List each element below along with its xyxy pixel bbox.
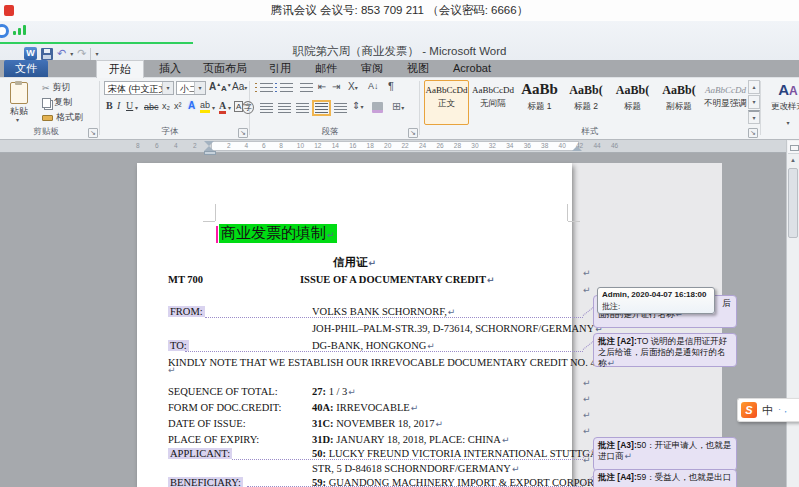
style-chip-标题 1[interactable]: AaBb标题 1: [517, 80, 562, 125]
field-value: 27: 1 / 3: [312, 386, 356, 397]
style-preview: AaBbCcDd: [472, 85, 515, 95]
doc-line-note[interactable]: KINDLY NOTE THAT WE ESTABLISH OUR IRREVO…: [168, 357, 588, 368]
mt-label: MT 700: [168, 274, 203, 285]
comment-bubble-A3[interactable]: 批注 [A3]:50：开证申请人，也就是进口商: [593, 437, 737, 471]
tab-审阅[interactable]: 审阅: [352, 60, 392, 77]
style-preview: AaBb(: [565, 83, 608, 98]
style-chip-标题[interactable]: AaBb(标题: [610, 80, 655, 125]
mt700-line[interactable]: MT 700 ISSUE OF A DOCUMENTARY CREDIT: [168, 274, 578, 285]
margin-crop-mark: [215, 204, 216, 221]
style-preview: AaBbCcDd: [425, 85, 468, 95]
ruler-number: 34: [506, 142, 513, 149]
field-value: DG-BANK, HONGKONG: [312, 340, 435, 351]
ruler-number: 4: [244, 142, 248, 149]
scroll-up-icon[interactable]: ▲: [787, 154, 799, 166]
document-heading[interactable]: 信用证: [137, 255, 572, 270]
styles-dialog-launcher[interactable]: ↘: [748, 128, 758, 138]
ime-punctuation[interactable]: ·，: [778, 403, 790, 416]
field-label: DATE OF ISSUE:: [168, 418, 246, 429]
word-app-icon[interactable]: W: [24, 47, 37, 60]
scrollbar-thumb[interactable]: [788, 168, 798, 238]
undo-button[interactable]: ↶: [57, 47, 66, 60]
save-button[interactable]: [41, 48, 53, 60]
doc-line-FROM:[interactable]: FROM:VOLKS BANK SCHORNORF,: [168, 306, 588, 317]
doc-line-TO:[interactable]: TO:DG-BANK, HONGKONG: [168, 340, 588, 351]
paragraph-mark: ↵: [583, 394, 591, 404]
field-label: PLACE OF EXPIRY:: [168, 434, 259, 445]
ruler-number: 22: [402, 142, 409, 149]
ruler-number: 38: [541, 142, 548, 149]
undo-caret-icon[interactable]: ▾: [70, 50, 73, 57]
ruler-number: 32: [489, 142, 496, 149]
redo-button[interactable]: ↷: [77, 47, 86, 60]
style-preview: AaBb(: [658, 83, 701, 98]
tab-页面布局[interactable]: 页面布局: [196, 60, 254, 77]
style-name: 无间隔: [472, 98, 515, 110]
tab-视图[interactable]: 视图: [398, 60, 438, 77]
styles-group-label: 样式: [420, 126, 760, 138]
style-chip-标题 2[interactable]: AaBb(标题 2: [564, 80, 609, 125]
comment-bubble-A4[interactable]: 批注 [A4]:59：受益人，也就是出口: [593, 469, 737, 487]
gallery-down-icon[interactable]: ▾: [748, 95, 760, 109]
ruler-number: 12: [314, 142, 321, 149]
comment-tooltip: Admin, 2020-04-07 16:18:00 批注:: [597, 287, 715, 314]
field-label: FROM:: [168, 306, 205, 317]
ruler-toggle-button[interactable]: [788, 141, 799, 154]
sogou-logo-icon[interactable]: S: [741, 402, 757, 418]
style-chip-不明显强调[interactable]: AaBbCcDd不明显强调: [703, 80, 748, 125]
doc-line-DATE OF ISSUE:[interactable]: DATE OF ISSUE:31C: NOVEMBER 18, 2017: [168, 418, 588, 429]
field-label: BENEFICIARY:: [168, 477, 243, 487]
tab-开始[interactable]: 开始: [96, 60, 144, 78]
doc-line-FORM OF DOC.CREDIT:[interactable]: FORM OF DOC.CREDIT:40A: IRREVOCABLE: [168, 402, 588, 413]
tab-引用[interactable]: 引用: [260, 60, 300, 77]
ruler-number: 26: [436, 142, 443, 149]
gallery-up-icon[interactable]: ▴: [748, 80, 760, 94]
right-indent-marker[interactable]: [572, 146, 582, 151]
ruler-number: 2: [227, 142, 231, 149]
ruler-number: 8: [136, 142, 140, 149]
text-cursor: [216, 226, 218, 243]
document-title-highlighted[interactable]: 商业发票的填制: [219, 224, 337, 243]
tab-邮件[interactable]: 邮件: [306, 60, 346, 77]
ime-mode-chinese[interactable]: 中: [762, 403, 773, 418]
tab-文件[interactable]: 文件: [4, 60, 48, 77]
comment-prefix: 批注 [A2]:: [598, 336, 637, 346]
horizontal-ruler[interactable]: 8642246810121416182022242628303234363840…: [0, 140, 799, 153]
meeting-info-text: 腾讯会议 会议号: 853 709 211 （会议密码: 6666）: [0, 0, 799, 21]
tooltip-author: Admin, 2020-04-07 16:18:00: [602, 289, 710, 301]
field-value: 50: LUCKY FREUND VICTORIA INTERNATIONAL …: [312, 448, 624, 459]
ruler-number: 8: [279, 142, 283, 149]
style-chip-副标题[interactable]: AaBb(副标题: [657, 80, 702, 125]
doc-line-SEQUENCE OF TOTAL:[interactable]: SEQUENCE OF TOTAL:27: 1 / 3: [168, 386, 588, 397]
style-chip-无间隔[interactable]: AaBbCcDd无间隔: [471, 80, 516, 125]
comment-connector: [185, 351, 583, 352]
gallery-expand-icon[interactable]: ▾: [748, 110, 760, 124]
ruler-number: 24: [419, 142, 426, 149]
ruler-number: 46: [611, 142, 618, 149]
style-name: 正文: [425, 98, 468, 110]
style-chip-正文[interactable]: AaBbCcDd正文: [424, 80, 469, 125]
doc-line-APPLICANT:[interactable]: APPLICANT:50: LUCKY FREUND VICTORIA INTE…: [168, 448, 588, 459]
qat-customize-icon[interactable]: ▾: [95, 50, 98, 57]
divider: [90, 48, 91, 60]
vertical-scrollbar[interactable]: ▲: [786, 140, 799, 487]
field-value: JOH-PHIL–PALM-STR.39, D-73614, SCHORNORF…: [312, 323, 603, 334]
style-name: 不明显强调: [704, 98, 747, 110]
paragraph-mark: ↵: [583, 378, 591, 388]
styles-group: ▴ ▾ ▾ AA 更改样式 ▾ 样式 ↘ AaBbCcDd正文AaBbCcDd无…: [0, 78, 799, 141]
tab-插入[interactable]: 插入: [150, 60, 190, 77]
comment-connector: [205, 317, 583, 318]
comment-bubble-A2[interactable]: 批注 [A2]:TO 说明的是信用证开好之后给谁，后面指的是通知行的名称: [593, 333, 737, 367]
ruler-number: 44: [593, 142, 600, 149]
field-value: VOLKS BANK SCHORNORF,: [312, 306, 455, 317]
camera-icon[interactable]: [0, 24, 9, 38]
change-styles-button[interactable]: AA 更改样式 ▾: [766, 81, 799, 131]
ruler-number: 10: [297, 142, 304, 149]
margin-crop-mark: [203, 221, 215, 222]
field-label: FORM OF DOC.CREDIT:: [168, 402, 282, 413]
doc-line-PLACE OF EXPIRY:[interactable]: PLACE OF EXPIRY:31D: JANUARY 18, 2018, P…: [168, 434, 588, 445]
left-indent-marker[interactable]: [204, 151, 216, 155]
ruler-number: 40: [559, 142, 566, 149]
tab-Acrobat[interactable]: Acrobat: [444, 60, 500, 77]
ime-toolbar[interactable]: S 中 ·，: [737, 398, 799, 422]
